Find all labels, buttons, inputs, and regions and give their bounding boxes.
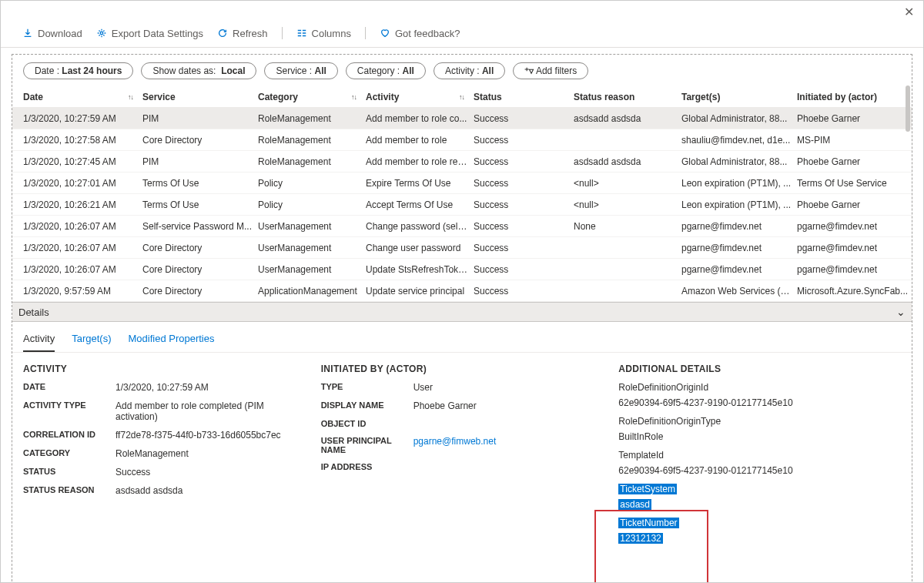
additional-heading: ADDITIONAL DETAILS: [618, 364, 901, 374]
download-button[interactable]: Download: [22, 28, 82, 39]
close-icon[interactable]: ✕: [904, 5, 914, 19]
cell-date: 1/3/2020, 10:27:58 AM: [23, 135, 142, 146]
cell-date: 1/3/2020, 10:26:07 AM: [23, 221, 142, 232]
grid-header-row: Date↑↓ Service Category↑↓ Activity↑↓ Sta…: [12, 87, 912, 108]
col-category[interactable]: Category↑↓: [258, 92, 366, 102]
cell-status: Success: [474, 264, 574, 275]
export-button[interactable]: Export Data Settings: [96, 28, 203, 39]
scrollbar-thumb[interactable]: [906, 85, 910, 132]
cell-targets: Leon expiration (PT1M), ...: [681, 199, 797, 210]
addl-ticketnumber-val: 12312132: [618, 533, 662, 544]
cell-activity: Add member to role: [366, 135, 474, 146]
detail-tabs: Activity Target(s) Modified Properties: [12, 322, 912, 353]
filter-activity[interactable]: Activity : All: [434, 62, 505, 79]
cell-category: UserManagement: [258, 221, 366, 232]
cell-actor: Terms Of Use Service: [797, 178, 912, 189]
cell-activity: Update service principal: [366, 286, 474, 297]
cell-date: 1/3/2020, 10:27:59 AM: [23, 113, 142, 124]
cell-category: UserManagement: [258, 264, 366, 275]
cell-service: Terms Of Use: [142, 178, 258, 189]
details-label: Details: [18, 307, 49, 318]
cell-service: Core Directory: [142, 243, 258, 253]
cell-category: ApplicationManagement: [258, 286, 366, 297]
divider: [282, 27, 283, 39]
filter-category[interactable]: Category : All: [346, 62, 426, 79]
activity-heading: ACTIVITY: [23, 364, 306, 374]
addl-templateid-key: TemplateId: [618, 450, 901, 461]
cell-actor: Phoebe Garner: [797, 156, 912, 167]
add-filters-button[interactable]: ⁺▿ Add filters: [513, 62, 588, 79]
col-date[interactable]: Date↑↓: [23, 92, 142, 102]
columns-button[interactable]: Columns: [296, 28, 351, 39]
detail-correlation-id: ff72de78-f375-44f0-b733-16d6055bc7ec: [116, 430, 306, 441]
cell-activity: Expire Terms Of Use: [366, 178, 474, 189]
feedback-button[interactable]: Got feedback?: [380, 28, 460, 39]
cell-targets: Leon expiration (PT1M), ...: [681, 178, 797, 189]
cell-activity: Add member to role co...: [366, 113, 474, 124]
table-row[interactable]: 1/3/2020, 9:57:59 AMCore DirectoryApplic…: [12, 280, 912, 302]
table-row[interactable]: 1/3/2020, 10:27:45 AMPIMRoleManagementAd…: [12, 151, 912, 173]
cell-targets: Global Administrator, 88...: [681, 156, 797, 167]
detail-actor-type: User: [413, 382, 604, 393]
details-toggle[interactable]: Details ⌄: [12, 302, 912, 322]
col-status[interactable]: Status: [474, 92, 574, 102]
cell-activity: Update StsRefreshToken...: [366, 264, 474, 275]
col-service[interactable]: Service: [142, 92, 258, 102]
cell-status: Success: [474, 156, 574, 167]
addl-templateid-val: 62e90394-69f5-4237-9190-012177145e10: [618, 465, 901, 476]
addl-ticketnumber-key: TicketNumber: [618, 518, 678, 528]
cell-service: Core Directory: [142, 286, 258, 297]
cell-service: Core Directory: [142, 264, 258, 275]
addl-roledeforigintype-val: BuiltInRole: [618, 431, 901, 442]
detail-status-reason: asdsadd asdsda: [116, 485, 306, 496]
detail-activity-type: Add member to role completed (PIM activa…: [116, 400, 306, 422]
filter-service[interactable]: Service : All: [264, 62, 337, 79]
filter-date[interactable]: Date : Last 24 hours: [23, 62, 133, 79]
table-row[interactable]: 1/3/2020, 10:26:07 AMCore DirectoryUserM…: [12, 259, 912, 280]
cell-status: Success: [474, 221, 574, 232]
cell-date: 1/3/2020, 10:26:21 AM: [23, 199, 142, 210]
cell-targets: Amazon Web Services (A...: [681, 286, 797, 297]
addl-roledeforiginid-key: RoleDefinitionOriginId: [618, 382, 901, 393]
tab-modified[interactable]: Modified Properties: [128, 333, 214, 352]
refresh-button[interactable]: Refresh: [217, 28, 268, 39]
chevron-down-icon: ⌄: [896, 306, 906, 318]
cell-reason: <null>: [574, 178, 681, 189]
detail-upn[interactable]: pgarne@fimweb.net: [413, 436, 604, 454]
download-label: Download: [38, 28, 82, 39]
col-status-reason[interactable]: Status reason: [574, 92, 681, 102]
addl-roledeforigintype-key: RoleDefinitionOriginType: [618, 416, 901, 427]
cell-date: 1/3/2020, 9:57:59 AM: [23, 286, 142, 297]
cell-activity: Change password (self-s...: [366, 221, 474, 232]
table-row[interactable]: 1/3/2020, 10:27:59 AMPIMRoleManagementAd…: [12, 108, 912, 129]
feedback-label: Got feedback?: [395, 28, 460, 39]
table-row[interactable]: 1/3/2020, 10:26:07 AMCore DirectoryUserM…: [12, 237, 912, 259]
table-row[interactable]: 1/3/2020, 10:27:01 AMTerms Of UsePolicyE…: [12, 173, 912, 194]
cell-service: PIM: [142, 113, 258, 124]
cell-category: RoleManagement: [258, 135, 366, 146]
tab-targets[interactable]: Target(s): [72, 333, 111, 352]
additional-details-section: ADDITIONAL DETAILS RoleDefinitionOriginI…: [618, 364, 901, 548]
table-row[interactable]: 1/3/2020, 10:27:58 AMCore DirectoryRoleM…: [12, 129, 912, 151]
col-targets[interactable]: Target(s): [681, 92, 797, 102]
download-icon: [22, 28, 33, 39]
table-row[interactable]: 1/3/2020, 10:26:21 AMTerms Of UsePolicyA…: [12, 194, 912, 216]
cell-actor: pgarne@fimdev.net: [797, 221, 912, 232]
cell-reason: <null>: [574, 199, 681, 210]
cell-status: Success: [474, 199, 574, 210]
cell-category: Policy: [258, 199, 366, 210]
table-row[interactable]: 1/3/2020, 10:26:07 AMSelf-service Passwo…: [12, 216, 912, 237]
cell-category: RoleManagement: [258, 156, 366, 167]
col-initiated-by[interactable]: Initiated by (actor): [797, 92, 912, 102]
cell-date: 1/3/2020, 10:27:45 AM: [23, 156, 142, 167]
cell-targets: pgarne@fimdev.net: [681, 221, 797, 232]
cell-targets: shauliu@fimdev.net, d1e...: [681, 135, 797, 146]
audit-grid: Date↑↓ Service Category↑↓ Activity↑↓ Sta…: [12, 87, 912, 302]
cell-status: Success: [474, 286, 574, 297]
cell-reason: asdsadd asdsda: [574, 156, 681, 167]
col-activity[interactable]: Activity↑↓: [366, 92, 474, 102]
detail-date: 1/3/2020, 10:27:59 AM: [116, 382, 306, 393]
svg-point-0: [100, 32, 103, 35]
tab-activity[interactable]: Activity: [23, 333, 55, 352]
filter-show-dates[interactable]: Show dates as: Local: [141, 62, 256, 79]
